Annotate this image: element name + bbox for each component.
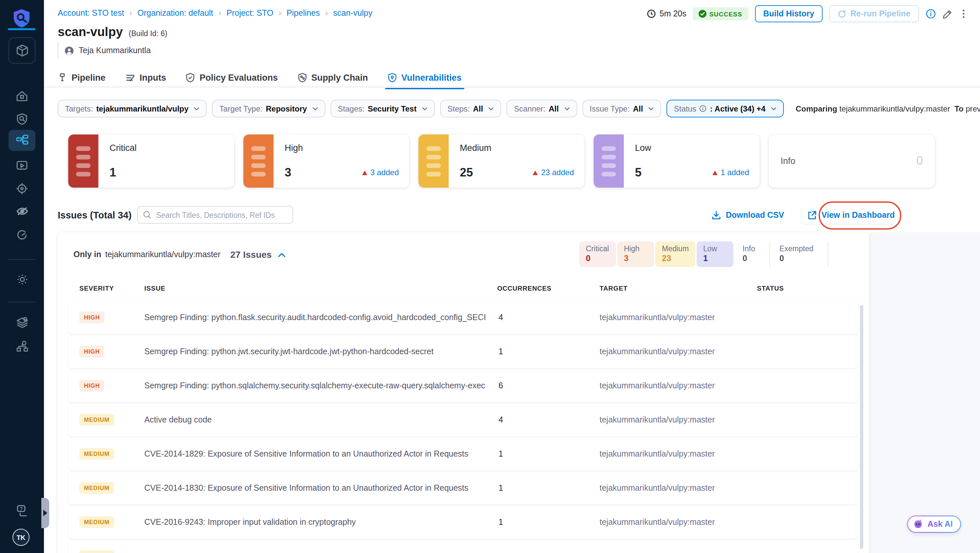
- severity-filter-chips: Critical 0 High 3 Medium 23 Low: [578, 242, 829, 267]
- table-row[interactable]: MEDIUM Active debug code 4 tejakummariku…: [68, 404, 858, 436]
- table-row[interactable]: MEDIUM CVE-2016-9243: Improper input val…: [68, 507, 858, 539]
- pipeline-tab-icon: [58, 73, 67, 82]
- ask-ai-button[interactable]: Ask AI: [907, 516, 961, 533]
- filter-dropdown[interactable]: Stages: Security Test: [331, 100, 435, 118]
- severity-chip[interactable]: Critical 0: [579, 242, 616, 267]
- breadcrumb-item[interactable]: Organization: default: [137, 8, 226, 18]
- more-options-button[interactable]: [959, 8, 968, 19]
- filter-dropdown[interactable]: Target Type: Repository: [212, 100, 325, 118]
- search-input[interactable]: [137, 206, 293, 224]
- page-title: scan-vulpy: [58, 25, 123, 39]
- tab-bar: Pipeline Inputs Policy Evaluations Suppl…: [58, 68, 461, 87]
- chevron-down-icon: [564, 106, 570, 111]
- severity-card[interactable]: Critical 1: [68, 135, 234, 188]
- added-link[interactable]: 3 added: [362, 168, 399, 177]
- severity-chip[interactable]: Medium 23: [655, 242, 695, 267]
- sidebar-item-home[interactable]: [8, 85, 35, 106]
- issues-panel: Only in tejakummarikuntla/vulpy:master 2…: [58, 232, 869, 553]
- tab-pipeline[interactable]: Pipeline: [58, 68, 106, 87]
- sidebar-item-get-started[interactable]: [8, 224, 35, 245]
- filter-dropdown[interactable]: Issue Type: All: [582, 100, 662, 118]
- severity-card[interactable]: Medium 25 23 added: [418, 135, 584, 188]
- sidebar-item-exemptions[interactable]: [8, 201, 35, 222]
- edit-pipeline-button[interactable]: [943, 9, 953, 19]
- severity-card-count: 25: [460, 166, 473, 180]
- info-button[interactable]: [926, 8, 936, 19]
- breadcrumb: Account: STO testOrganization: defaultPr…: [58, 8, 372, 18]
- severity-card[interactable]: Low 5 1 added: [593, 135, 760, 188]
- table-row[interactable]: HIGH Semgrep Finding: python.flask.secur…: [68, 302, 858, 334]
- added-link[interactable]: 1 added: [712, 168, 749, 177]
- severity-badge: MEDIUM: [80, 414, 114, 426]
- severity-badge: MEDIUM: [80, 448, 114, 460]
- column-target: TARGET: [600, 285, 628, 292]
- breadcrumb-item[interactable]: Pipelines: [286, 8, 333, 18]
- download-csv-button[interactable]: Download CSV: [712, 211, 784, 220]
- collapse-button[interactable]: [278, 252, 285, 257]
- tab-inputs[interactable]: Inputs: [125, 68, 166, 87]
- table-scrollbar[interactable]: [860, 305, 863, 549]
- chevron-down-icon: [648, 106, 654, 111]
- issue-title: Semgrep Finding: python.flask.security.a…: [144, 313, 485, 322]
- table-row[interactable]: HIGH Semgrep Finding: python.sqlalchemy.…: [68, 370, 858, 402]
- severity-chip[interactable]: High 3: [617, 242, 654, 267]
- severity-chip[interactable]: Low 1: [697, 242, 733, 267]
- shield-nodes-icon: [298, 73, 307, 82]
- sidebar-item-project-settings[interactable]: [8, 269, 35, 290]
- filter-dropdown[interactable]: Targets: tejakummarikuntla/vulpy: [58, 100, 207, 118]
- occurrences-value: 1: [498, 483, 503, 493]
- added-link[interactable]: 23 added: [533, 168, 574, 177]
- breadcrumb-item[interactable]: Account: STO test: [58, 8, 137, 18]
- filter-dropdown[interactable]: Steps: All: [440, 100, 501, 118]
- rerun-pipeline-button[interactable]: Re-run Pipeline: [829, 5, 919, 22]
- user-avatar[interactable]: TK: [13, 529, 30, 546]
- chevron-down-icon: [422, 106, 428, 111]
- table-row[interactable]: MEDIUM CVE-2014-1829: Exposure of Sensit…: [68, 438, 858, 470]
- severity-chip[interactable]: Exempted 0: [770, 242, 829, 267]
- sidebar-item-delegates[interactable]: [8, 336, 35, 357]
- chevron-right-icon: [43, 510, 47, 516]
- check-circle-icon: [699, 10, 707, 18]
- sidebar-divider: [8, 259, 35, 260]
- severity-card[interactable]: High 3 3 added: [243, 135, 409, 188]
- shield-search-icon: [16, 113, 28, 125]
- sidebar-item-security-tests[interactable]: [8, 108, 35, 129]
- severity-card-count: 5: [635, 166, 641, 180]
- sidebar-item-pipelines[interactable]: [8, 130, 35, 151]
- sidebar-item-targets[interactable]: [8, 178, 35, 199]
- occurrences-value: 1: [498, 347, 503, 356]
- refresh-icon: [838, 10, 846, 18]
- filter-dropdown[interactable]: Scanner: All: [507, 100, 577, 118]
- filter-dropdown-status[interactable]: Status : Active (34) +4: [667, 100, 784, 118]
- external-link-icon: [808, 211, 817, 220]
- build-history-button[interactable]: Build History: [755, 5, 823, 22]
- sidebar-item-executions[interactable]: [8, 155, 35, 176]
- tab-vulnerabilities[interactable]: Vulnerabilities: [388, 68, 462, 87]
- app-window: ? TK Account: STO testOrganization: defa…: [0, 0, 980, 553]
- eye-off-icon: [16, 205, 29, 218]
- sidebar-expand-handle[interactable]: [41, 498, 49, 528]
- module-selector-button[interactable]: [8, 37, 35, 64]
- sidebar-item-environments[interactable]: [8, 312, 35, 333]
- column-status: STATUS: [757, 285, 784, 292]
- severity-bar-icon: [68, 135, 99, 188]
- severity-badge: MEDIUM: [80, 516, 114, 528]
- view-in-dashboard-button[interactable]: View in Dashboard: [801, 207, 901, 224]
- sidebar-item-help[interactable]: ?: [8, 500, 35, 521]
- tab-supply-chain[interactable]: Supply Chain: [298, 68, 368, 87]
- occurrences-value: 4: [498, 313, 503, 322]
- table-row[interactable]: MEDIUM: [68, 540, 858, 553]
- tab-policy-evaluations[interactable]: Policy Evaluations: [186, 68, 278, 87]
- target-value: tejakummarikuntla/vulpy:master: [600, 483, 715, 493]
- severity-card-info[interactable]: Info 0: [769, 135, 935, 188]
- breadcrumb-item[interactable]: Project: STO: [227, 8, 286, 18]
- sidebar-divider: [8, 302, 35, 302]
- person-icon: [64, 46, 74, 56]
- breadcrumb-item[interactable]: scan-vulpy: [333, 8, 372, 17]
- table-row[interactable]: HIGH Semgrep Finding: python.jwt.securit…: [68, 336, 858, 368]
- target-value: tejakummarikuntla/vulpy:master: [600, 449, 715, 459]
- table-row[interactable]: MEDIUM CVE-2014-1830: Exposure of Sensit…: [68, 472, 858, 504]
- ai-mascot-icon: [912, 518, 924, 530]
- severity-chip[interactable]: Info 0: [733, 242, 770, 267]
- home-icon: [16, 89, 28, 102]
